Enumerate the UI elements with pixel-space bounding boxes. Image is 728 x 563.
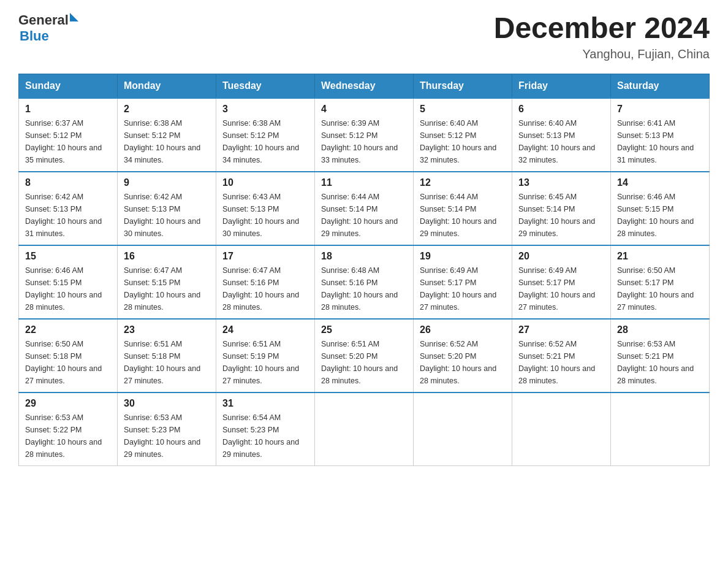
day-info: Sunrise: 6:49 AMSunset: 5:17 PMDaylight:… (518, 264, 604, 313)
calendar-cell: 23Sunrise: 6:51 AMSunset: 5:18 PMDayligh… (118, 319, 216, 393)
day-info: Sunrise: 6:54 AMSunset: 5:23 PMDaylight:… (222, 412, 308, 461)
day-info: Sunrise: 6:49 AMSunset: 5:17 PMDaylight:… (420, 264, 506, 313)
calendar-cell: 27Sunrise: 6:52 AMSunset: 5:21 PMDayligh… (512, 319, 611, 393)
calendar-cell: 26Sunrise: 6:52 AMSunset: 5:20 PMDayligh… (414, 319, 512, 393)
day-info: Sunrise: 6:44 AMSunset: 5:14 PMDaylight:… (420, 191, 506, 240)
calendar-cell: 20Sunrise: 6:49 AMSunset: 5:17 PMDayligh… (512, 245, 611, 319)
week-row-2: 8Sunrise: 6:42 AMSunset: 5:13 PMDaylight… (19, 172, 710, 245)
day-info: Sunrise: 6:53 AMSunset: 5:21 PMDaylight:… (617, 338, 703, 387)
day-info: Sunrise: 6:40 AMSunset: 5:13 PMDaylight:… (518, 117, 604, 166)
day-info: Sunrise: 6:52 AMSunset: 5:20 PMDaylight:… (420, 338, 506, 387)
calendar-cell (512, 393, 611, 466)
day-number: 12 (420, 177, 506, 188)
calendar-cell: 28Sunrise: 6:53 AMSunset: 5:21 PMDayligh… (611, 319, 710, 393)
calendar-cell (315, 393, 414, 466)
day-number: 27 (518, 324, 604, 335)
calendar-cell: 4Sunrise: 6:39 AMSunset: 5:12 PMDaylight… (315, 98, 414, 172)
column-header-sunday: Sunday (19, 74, 118, 98)
calendar-cell: 21Sunrise: 6:50 AMSunset: 5:17 PMDayligh… (611, 245, 710, 319)
day-info: Sunrise: 6:40 AMSunset: 5:12 PMDaylight:… (420, 117, 506, 166)
day-number: 9 (124, 177, 210, 188)
day-info: Sunrise: 6:38 AMSunset: 5:12 PMDaylight:… (124, 117, 210, 166)
day-info: Sunrise: 6:53 AMSunset: 5:22 PMDaylight:… (25, 412, 111, 461)
day-info: Sunrise: 6:43 AMSunset: 5:13 PMDaylight:… (222, 191, 308, 240)
day-info: Sunrise: 6:45 AMSunset: 5:14 PMDaylight:… (518, 191, 604, 240)
calendar-cell: 22Sunrise: 6:50 AMSunset: 5:18 PMDayligh… (19, 319, 118, 393)
day-number: 29 (25, 398, 111, 409)
calendar-cell: 3Sunrise: 6:38 AMSunset: 5:12 PMDaylight… (216, 98, 315, 172)
day-number: 13 (518, 177, 604, 188)
calendar-cell: 6Sunrise: 6:40 AMSunset: 5:13 PMDaylight… (512, 98, 611, 172)
calendar-cell (611, 393, 710, 466)
day-info: Sunrise: 6:50 AMSunset: 5:18 PMDaylight:… (25, 338, 111, 387)
day-info: Sunrise: 6:51 AMSunset: 5:19 PMDaylight:… (222, 338, 308, 387)
calendar-cell: 2Sunrise: 6:38 AMSunset: 5:12 PMDaylight… (118, 98, 216, 172)
calendar-cell: 5Sunrise: 6:40 AMSunset: 5:12 PMDaylight… (414, 98, 512, 172)
logo-blue-text: Blue (20, 28, 49, 44)
logo: General Blue (18, 12, 78, 44)
day-number: 11 (321, 177, 407, 188)
day-number: 6 (518, 104, 604, 115)
column-header-monday: Monday (118, 74, 216, 98)
calendar-cell: 18Sunrise: 6:48 AMSunset: 5:16 PMDayligh… (315, 245, 414, 319)
day-number: 15 (25, 251, 111, 262)
calendar-cell: 16Sunrise: 6:47 AMSunset: 5:15 PMDayligh… (118, 245, 216, 319)
day-info: Sunrise: 6:44 AMSunset: 5:14 PMDaylight:… (321, 191, 407, 240)
day-number: 20 (518, 251, 604, 262)
day-info: Sunrise: 6:47 AMSunset: 5:16 PMDaylight:… (222, 264, 308, 313)
calendar-cell: 31Sunrise: 6:54 AMSunset: 5:23 PMDayligh… (216, 393, 315, 466)
day-number: 8 (25, 177, 111, 188)
week-row-3: 15Sunrise: 6:46 AMSunset: 5:15 PMDayligh… (19, 245, 710, 319)
day-number: 14 (617, 177, 703, 188)
calendar-cell: 15Sunrise: 6:46 AMSunset: 5:15 PMDayligh… (19, 245, 118, 319)
logo-general-text: General (18, 12, 69, 28)
day-number: 17 (222, 251, 308, 262)
day-info: Sunrise: 6:53 AMSunset: 5:23 PMDaylight:… (124, 412, 210, 461)
calendar-cell: 24Sunrise: 6:51 AMSunset: 5:19 PMDayligh… (216, 319, 315, 393)
day-number: 26 (420, 324, 506, 335)
day-info: Sunrise: 6:51 AMSunset: 5:20 PMDaylight:… (321, 338, 407, 387)
day-info: Sunrise: 6:48 AMSunset: 5:16 PMDaylight:… (321, 264, 407, 313)
week-row-5: 29Sunrise: 6:53 AMSunset: 5:22 PMDayligh… (19, 393, 710, 466)
day-info: Sunrise: 6:50 AMSunset: 5:17 PMDaylight:… (617, 264, 703, 313)
location-text: Yanghou, Fujian, China (494, 47, 710, 61)
calendar-cell: 13Sunrise: 6:45 AMSunset: 5:14 PMDayligh… (512, 172, 611, 245)
day-info: Sunrise: 6:38 AMSunset: 5:12 PMDaylight:… (222, 117, 308, 166)
calendar-cell: 14Sunrise: 6:46 AMSunset: 5:15 PMDayligh… (611, 172, 710, 245)
day-number: 25 (321, 324, 407, 335)
calendar-cell: 30Sunrise: 6:53 AMSunset: 5:23 PMDayligh… (118, 393, 216, 466)
calendar-cell: 9Sunrise: 6:42 AMSunset: 5:13 PMDaylight… (118, 172, 216, 245)
day-number: 1 (25, 104, 111, 115)
column-header-friday: Friday (512, 74, 611, 98)
day-info: Sunrise: 6:37 AMSunset: 5:12 PMDaylight:… (25, 117, 111, 166)
calendar-cell: 25Sunrise: 6:51 AMSunset: 5:20 PMDayligh… (315, 319, 414, 393)
logo-triangle-icon (70, 13, 78, 21)
column-header-saturday: Saturday (611, 74, 710, 98)
column-header-tuesday: Tuesday (216, 74, 315, 98)
page-header: General Blue December 2024 Yanghou, Fuji… (18, 12, 710, 61)
day-info: Sunrise: 6:42 AMSunset: 5:13 PMDaylight:… (124, 191, 210, 240)
calendar-cell: 11Sunrise: 6:44 AMSunset: 5:14 PMDayligh… (315, 172, 414, 245)
week-row-4: 22Sunrise: 6:50 AMSunset: 5:18 PMDayligh… (19, 319, 710, 393)
calendar-cell: 19Sunrise: 6:49 AMSunset: 5:17 PMDayligh… (414, 245, 512, 319)
day-info: Sunrise: 6:46 AMSunset: 5:15 PMDaylight:… (617, 191, 703, 240)
calendar-cell: 12Sunrise: 6:44 AMSunset: 5:14 PMDayligh… (414, 172, 512, 245)
day-number: 7 (617, 104, 703, 115)
day-info: Sunrise: 6:39 AMSunset: 5:12 PMDaylight:… (321, 117, 407, 166)
day-number: 2 (124, 104, 210, 115)
day-number: 18 (321, 251, 407, 262)
day-info: Sunrise: 6:47 AMSunset: 5:15 PMDaylight:… (124, 264, 210, 313)
day-number: 30 (124, 398, 210, 409)
day-number: 5 (420, 104, 506, 115)
week-row-1: 1Sunrise: 6:37 AMSunset: 5:12 PMDaylight… (19, 98, 710, 172)
calendar-cell: 10Sunrise: 6:43 AMSunset: 5:13 PMDayligh… (216, 172, 315, 245)
calendar-cell (414, 393, 512, 466)
calendar-cell: 8Sunrise: 6:42 AMSunset: 5:13 PMDaylight… (19, 172, 118, 245)
day-number: 3 (222, 104, 308, 115)
day-number: 23 (124, 324, 210, 335)
day-number: 21 (617, 251, 703, 262)
calendar-cell: 7Sunrise: 6:41 AMSunset: 5:13 PMDaylight… (611, 98, 710, 172)
day-info: Sunrise: 6:52 AMSunset: 5:21 PMDaylight:… (518, 338, 604, 387)
day-number: 22 (25, 324, 111, 335)
day-info: Sunrise: 6:46 AMSunset: 5:15 PMDaylight:… (25, 264, 111, 313)
